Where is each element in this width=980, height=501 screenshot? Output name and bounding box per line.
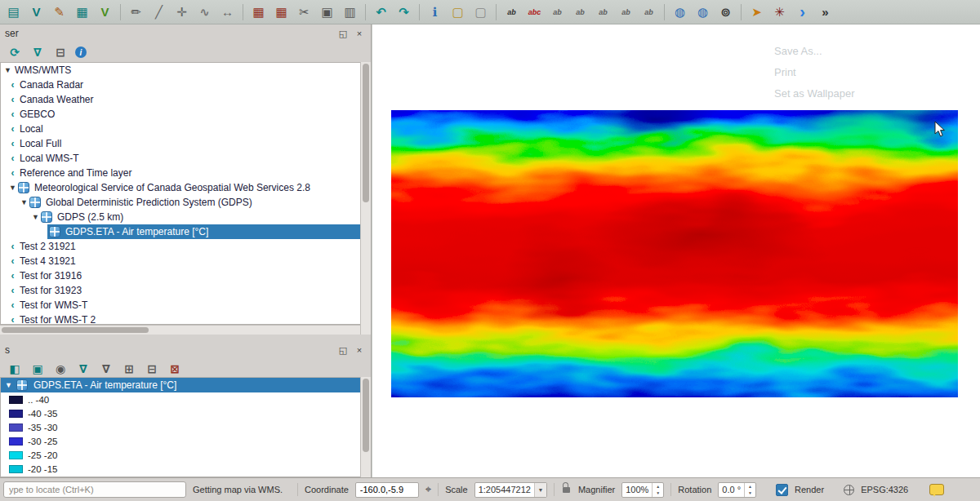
tree-item-wms-wmts[interactable]: ▼ WMS/WMTS <box>1 63 360 78</box>
browser-vertical-scrollbar[interactable] <box>360 62 371 335</box>
expand-all-icon[interactable]: ⊞ <box>121 361 137 377</box>
tree-item-gdps-25km[interactable]: ▼ GDPS (2.5 km) <box>1 210 360 224</box>
osm-search-icon[interactable]: ➤ <box>746 3 767 21</box>
locate-input[interactable] <box>3 481 186 498</box>
snapping-options-icon[interactable]: ∿ <box>194 3 215 21</box>
layer-diagram-icon[interactable]: ab <box>570 3 590 21</box>
paste-features-icon[interactable]: ▥ <box>340 3 360 21</box>
plugin-bug-icon[interactable]: ✳ <box>769 3 790 21</box>
search-binoculars-icon[interactable]: ⊚ <box>715 3 736 21</box>
new-shapefile-layer-icon[interactable]: V <box>26 3 47 21</box>
metasearch-icon[interactable]: ◍ <box>670 3 690 21</box>
chevron-collapsed-icon[interactable]: ‹ <box>7 286 18 295</box>
spin-up-icon[interactable]: ▲ <box>653 483 663 490</box>
geonode-browser-icon[interactable]: ◍ <box>693 3 713 21</box>
scrollbar-thumb[interactable] <box>363 64 369 202</box>
render-checkbox[interactable] <box>776 484 788 496</box>
save-project-icon[interactable]: ▦ <box>72 3 92 21</box>
legend-item[interactable]: -20 -15 <box>1 462 360 476</box>
attribute-table-icon[interactable]: ▦ <box>271 3 292 21</box>
python-console-icon[interactable]: › <box>792 3 813 21</box>
chevron-collapsed-icon[interactable]: ‹ <box>7 271 18 281</box>
coordinate-toggle-icon[interactable]: ⌖ <box>425 483 431 496</box>
new-virtual-layer-icon[interactable]: V <box>95 3 115 21</box>
undo-icon[interactable]: ↶ <box>371 3 391 21</box>
float-panel-icon[interactable]: ◱ <box>336 344 350 357</box>
close-panel-icon[interactable]: × <box>353 344 366 357</box>
tree-item-test-for-wms-t[interactable]: ‹ Test for WMS-T <box>1 298 360 313</box>
select-features-icon[interactable]: ▢ <box>448 3 468 21</box>
legend-item[interactable]: -40 -35 <box>1 406 360 420</box>
filter-browser-icon[interactable]: ∇ <box>29 44 46 60</box>
chevron-expanded-icon[interactable]: ▼ <box>7 184 18 192</box>
spin-down-icon[interactable]: ▼ <box>653 490 663 497</box>
tree-item-msc-geospatial-services[interactable]: ▼ Meteorological Service of Canada Geosp… <box>1 180 360 195</box>
chevron-collapsed-icon[interactable]: ‹ <box>7 139 18 149</box>
toggle-editing-icon[interactable]: ✏ <box>126 3 146 21</box>
filter-expression-icon[interactable]: ∇ <box>98 361 114 377</box>
layer-item-gdps-eta-air-temperature[interactable]: ▼ GDPS.ETA - Air temperature [°C] <box>1 378 360 392</box>
label-abc-icon[interactable]: abc <box>524 3 545 21</box>
tree-item-test-4-31921[interactable]: ‹ Test 4 31921 <box>1 254 360 268</box>
field-calculator-icon[interactable]: ▦ <box>248 3 269 21</box>
label-pin-icon[interactable]: ab <box>501 3 522 21</box>
tree-item-test-for-31923[interactable]: ‹ Test for 31923 <box>1 283 360 298</box>
open-layer-styling-icon[interactable]: ◧ <box>7 361 23 377</box>
chevron-collapsed-icon[interactable]: ‹ <box>7 300 18 310</box>
chevron-collapsed-icon[interactable]: ‹ <box>7 168 18 178</box>
copy-features-icon[interactable]: ▣ <box>317 3 337 21</box>
chevron-expanded-icon[interactable]: ▼ <box>3 382 14 389</box>
lock-scale-icon[interactable] <box>563 487 570 493</box>
scrollbar-thumb[interactable] <box>363 379 369 452</box>
chevron-down-icon[interactable]: ▼ <box>534 483 546 497</box>
crs-label[interactable]: EPSG:4326 <box>861 485 908 494</box>
layers-vertical-scrollbar[interactable] <box>360 377 371 477</box>
spin-arrows[interactable]: ▲ ▼ <box>652 483 663 497</box>
layer-labeling-icon[interactable]: ab <box>547 3 568 21</box>
map-tips-icon[interactable]: ab <box>593 3 613 21</box>
tree-item-canada-radar[interactable]: ‹ Canada Radar <box>1 78 360 92</box>
message-log-icon[interactable] <box>929 484 944 495</box>
chevron-collapsed-icon[interactable]: ‹ <box>7 315 18 325</box>
scrollbar-thumb[interactable] <box>2 327 149 333</box>
refresh-icon[interactable]: ⟳ <box>7 44 23 60</box>
collapse-all-icon[interactable]: ⊟ <box>144 361 160 377</box>
move-feature-icon[interactable]: ✛ <box>172 3 192 21</box>
datasource-manager-icon[interactable]: ▤ <box>3 3 24 21</box>
properties-widget-icon[interactable]: i <box>75 47 87 58</box>
add-group-icon[interactable]: ▣ <box>29 361 46 377</box>
tree-item-test-for-wms-t-2[interactable]: ‹ Test for WMS-T 2 <box>1 313 360 325</box>
tree-item-gdps-eta-air-temperature[interactable]: GDPS.ETA - Air temperature [°C] <box>47 224 360 239</box>
identify-features-icon[interactable]: ℹ <box>425 3 445 21</box>
tree-item-test-for-31916[interactable]: ‹ Test for 31916 <box>1 268 360 283</box>
map-canvas[interactable]: Save As... Print Set as Wallpaper <box>372 24 980 477</box>
annotation-icon[interactable]: ab <box>616 3 636 21</box>
rotation-spinbox[interactable]: 0.0 ° ▲ ▼ <box>718 482 756 498</box>
manage-map-themes-icon[interactable]: ◉ <box>52 361 69 377</box>
legend-item[interactable]: -25 -20 <box>1 448 360 462</box>
legend-item[interactable]: -30 -25 <box>1 434 360 448</box>
tree-item-canada-weather[interactable]: ‹ Canada Weather <box>1 92 360 107</box>
crs-globe-icon[interactable] <box>844 485 854 495</box>
coordinate-input[interactable] <box>355 482 419 498</box>
tree-item-reference-time-layer[interactable]: ‹ Reference and Time layer <box>1 166 360 180</box>
remove-layer-icon[interactable]: ⊠ <box>167 361 183 377</box>
vertex-tool-icon[interactable]: ╱ <box>149 3 169 21</box>
collapse-all-icon[interactable]: ⊟ <box>52 44 69 60</box>
tree-item-test-2-31921[interactable]: ‹ Test 2 31921 <box>1 239 360 254</box>
legend-item[interactable]: -35 -30 <box>1 420 360 434</box>
chevron-collapsed-icon[interactable]: ‹ <box>7 124 18 134</box>
browser-horizontal-scrollbar[interactable] <box>0 325 360 335</box>
chevron-expanded-icon[interactable]: ▼ <box>30 214 41 221</box>
magnifier-spinbox[interactable]: 100% ▲ ▼ <box>621 482 664 498</box>
chevron-collapsed-icon[interactable]: ‹ <box>7 153 18 163</box>
tree-item-local-full[interactable]: ‹ Local Full <box>1 136 360 151</box>
chevron-collapsed-icon[interactable]: ‹ <box>7 242 18 251</box>
spin-down-icon[interactable]: ▼ <box>745 490 755 497</box>
chevron-collapsed-icon[interactable]: ‹ <box>7 95 18 104</box>
chevron-collapsed-icon[interactable]: ‹ <box>7 109 18 119</box>
chevron-expanded-icon[interactable]: ▼ <box>2 67 13 74</box>
chevron-collapsed-icon[interactable]: ‹ <box>7 256 18 266</box>
style-manager-icon[interactable]: ✎ <box>49 3 69 21</box>
tree-item-gebco[interactable]: ‹ GEBCO <box>1 107 360 122</box>
